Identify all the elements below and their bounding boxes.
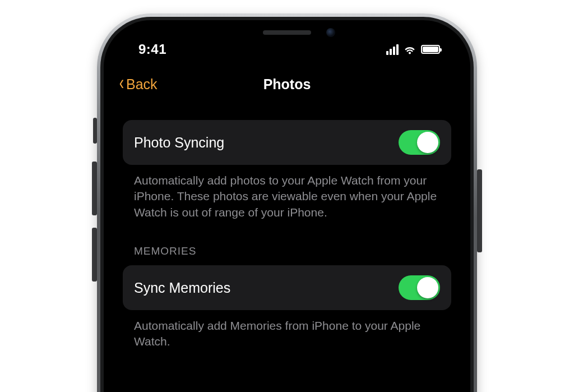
nav-bar: ‹ Back Photos bbox=[113, 68, 461, 100]
volume-up-button bbox=[92, 162, 97, 215]
battery-icon bbox=[421, 45, 440, 54]
cellular-signal-icon bbox=[386, 44, 399, 55]
memories-section-header: MEMORIES bbox=[123, 220, 451, 262]
photo-syncing-label: Photo Syncing bbox=[134, 135, 224, 151]
sync-memories-toggle[interactable] bbox=[399, 275, 440, 300]
notch bbox=[203, 20, 371, 46]
status-icons bbox=[386, 44, 445, 55]
photo-syncing-footer: Automatically add photos to your Apple W… bbox=[123, 165, 451, 220]
photo-syncing-toggle[interactable] bbox=[399, 130, 440, 155]
front-camera bbox=[326, 28, 335, 37]
wifi-icon bbox=[403, 44, 416, 54]
earpiece-speaker bbox=[263, 30, 311, 35]
stage: 9:41 bbox=[0, 0, 574, 392]
page-title: Photos bbox=[263, 76, 311, 93]
screen: 9:41 bbox=[113, 30, 461, 392]
sync-memories-footer: Automatically add Memories from iPhone t… bbox=[123, 310, 451, 350]
sync-memories-label: Sync Memories bbox=[134, 280, 230, 296]
sync-memories-row[interactable]: Sync Memories bbox=[123, 265, 451, 310]
back-label: Back bbox=[126, 76, 158, 93]
status-time: 9:41 bbox=[129, 41, 166, 57]
back-button[interactable]: ‹ Back bbox=[118, 68, 158, 100]
silence-switch bbox=[93, 118, 97, 144]
content: Photo Syncing Automatically add photos t… bbox=[113, 103, 461, 392]
phone-frame: 9:41 bbox=[97, 13, 477, 392]
volume-down-button bbox=[92, 228, 97, 282]
chevron-left-icon: ‹ bbox=[119, 73, 124, 93]
photo-syncing-row[interactable]: Photo Syncing bbox=[123, 120, 451, 165]
power-button bbox=[477, 169, 482, 252]
